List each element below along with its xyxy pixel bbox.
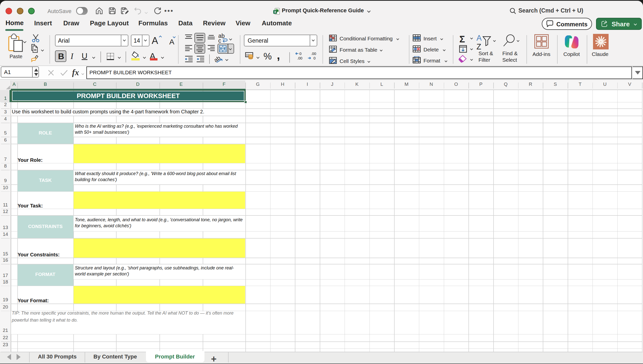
svg-text:0: 0 (299, 51, 301, 56)
svg-text:0: 0 (313, 56, 315, 60)
svg-text:.00: .00 (311, 51, 316, 56)
svg-text:X: X (274, 10, 276, 14)
svg-text:.00: .00 (297, 56, 302, 60)
